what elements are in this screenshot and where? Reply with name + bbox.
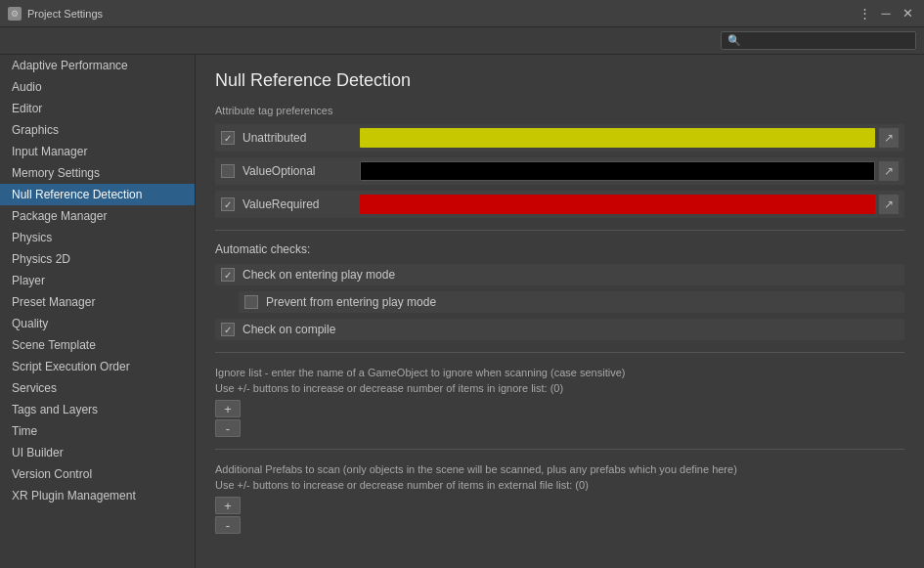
sidebar-item-physics-2d[interactable]: Physics 2D: [0, 248, 195, 270]
color-bar-wrap-1: ↗: [360, 161, 899, 181]
attribute-row-0: Unattributed↗: [215, 124, 904, 152]
color-picker-btn-1[interactable]: ↗: [879, 161, 899, 181]
attribute-rows: Unattributed↗ValueOptional↗ValueRequired…: [215, 124, 904, 218]
check-checkbox-2[interactable]: [221, 323, 235, 336]
check-checkbox-0[interactable]: [221, 268, 235, 282]
sidebar-item-memory-settings[interactable]: Memory Settings: [0, 162, 195, 184]
title-bar-title: Project Settings: [27, 8, 103, 20]
divider-3: [215, 449, 904, 450]
color-bar-wrap-2: ↗: [360, 195, 899, 214]
sidebar-item-input-manager[interactable]: Input Manager: [0, 141, 195, 162]
minimize-button[interactable]: ─: [877, 5, 895, 22]
app-icon: ⚙: [8, 7, 22, 21]
auto-checks-label: Automatic checks:: [215, 242, 904, 256]
ignore-list-subdesc: Use +/- buttons to increase or decrease …: [215, 382, 904, 394]
divider-2: [215, 352, 904, 353]
color-bar-2: [360, 195, 875, 214]
check-rows: Check on entering play modePrevent from …: [215, 264, 904, 340]
content-area: Null Reference Detection Attribute tag p…: [196, 55, 924, 568]
close-button[interactable]: ✕: [899, 5, 916, 22]
more-button[interactable]: ⋮: [856, 5, 873, 22]
additional-prefabs-subdesc: Use +/- buttons to increase or decrease …: [215, 479, 904, 491]
color-picker-btn-2[interactable]: ↗: [879, 195, 899, 214]
search-icon: 🔍: [727, 34, 741, 47]
title-bar-controls: ⋮ ─ ✕: [856, 5, 916, 22]
attribute-section-label: Attribute tag preferences: [215, 105, 904, 116]
check-checkbox-1[interactable]: [244, 295, 258, 309]
additional-prefabs-plus-button[interactable]: +: [215, 497, 241, 514]
attribute-label-1: ValueOptional: [242, 164, 360, 178]
additional-prefabs-minus-button[interactable]: -: [215, 516, 241, 534]
attribute-checkbox-2[interactable]: [221, 197, 235, 211]
page-title: Null Reference Detection: [215, 70, 904, 91]
sidebar-item-version-control[interactable]: Version Control: [0, 463, 195, 485]
sidebar-item-script-execution-order[interactable]: Script Execution Order: [0, 356, 195, 377]
attribute-checkbox-0[interactable]: [221, 131, 235, 145]
additional-prefabs-section: Additional Prefabs to scan (only objects…: [215, 463, 904, 534]
color-bar-1: [360, 161, 875, 181]
attribute-row-1: ValueOptional↗: [215, 157, 904, 185]
check-row-2: Check on compile: [215, 319, 904, 340]
attribute-label-2: ValueRequired: [242, 197, 360, 211]
additional-prefabs-buttons: + -: [215, 497, 904, 534]
attribute-row-2: ValueRequired↗: [215, 191, 904, 218]
title-bar-left: ⚙ Project Settings: [8, 7, 103, 21]
color-bar-0: [360, 128, 875, 148]
sidebar-item-adaptive-performance[interactable]: Adaptive Performance: [0, 55, 195, 76]
search-bar: 🔍: [0, 27, 924, 55]
attribute-checkbox-1[interactable]: [221, 164, 235, 178]
attribute-label-0: Unattributed: [242, 131, 360, 145]
check-label-2: Check on compile: [242, 323, 335, 336]
ignore-list-desc: Ignore list - enter the name of a GameOb…: [215, 367, 904, 378]
sidebar-item-quality[interactable]: Quality: [0, 313, 195, 334]
sidebar-item-tags-and-layers[interactable]: Tags and Layers: [0, 399, 195, 420]
sidebar: Adaptive PerformanceAudioEditorGraphicsI…: [0, 55, 196, 568]
check-row-0: Check on entering play mode: [215, 264, 904, 285]
sidebar-item-package-manager[interactable]: Package Manager: [0, 205, 195, 227]
ignore-list-plus-button[interactable]: +: [215, 400, 241, 417]
sidebar-item-audio[interactable]: Audio: [0, 76, 195, 98]
sidebar-item-time[interactable]: Time: [0, 420, 195, 442]
color-bar-wrap-0: ↗: [360, 128, 899, 148]
color-picker-btn-0[interactable]: ↗: [879, 128, 899, 148]
sidebar-item-ui-builder[interactable]: UI Builder: [0, 442, 195, 463]
check-row-1: Prevent from entering play mode: [239, 291, 904, 313]
sidebar-item-scene-template[interactable]: Scene Template: [0, 334, 195, 356]
sidebar-item-player[interactable]: Player: [0, 270, 195, 291]
sidebar-item-editor[interactable]: Editor: [0, 98, 195, 119]
search-wrap: 🔍: [721, 31, 916, 50]
sidebar-item-physics[interactable]: Physics: [0, 227, 195, 248]
check-label-0: Check on entering play mode: [242, 268, 395, 282]
sidebar-item-services[interactable]: Services: [0, 377, 195, 399]
sidebar-item-preset-manager[interactable]: Preset Manager: [0, 291, 195, 313]
title-bar: ⚙ Project Settings ⋮ ─ ✕: [0, 0, 924, 27]
sidebar-item-null-reference-detection[interactable]: Null Reference Detection: [0, 184, 195, 205]
ignore-list-minus-button[interactable]: -: [215, 419, 241, 437]
sidebar-item-graphics[interactable]: Graphics: [0, 119, 195, 141]
sidebar-item-xr-plugin-management[interactable]: XR Plugin Management: [0, 485, 195, 506]
ignore-list-buttons: + -: [215, 400, 904, 437]
search-input[interactable]: [745, 35, 909, 47]
ignore-list-section: Ignore list - enter the name of a GameOb…: [215, 367, 904, 437]
check-label-1: Prevent from entering play mode: [266, 295, 436, 309]
main-layout: Adaptive PerformanceAudioEditorGraphicsI…: [0, 55, 924, 568]
additional-prefabs-desc: Additional Prefabs to scan (only objects…: [215, 463, 904, 475]
divider-1: [215, 230, 904, 231]
